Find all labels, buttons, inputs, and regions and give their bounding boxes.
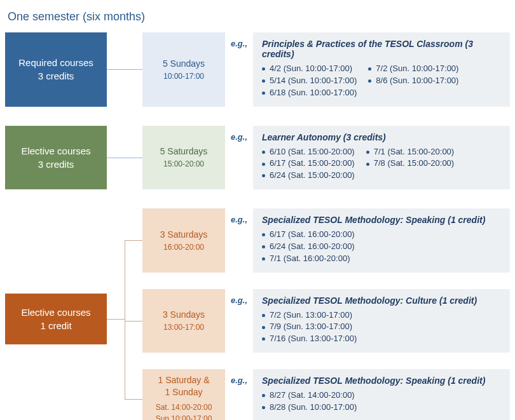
session-list: 6/17 (Sat. 16:00-20:00) 6/24 (Sat. 16:00… bbox=[262, 229, 501, 265]
eg-label: e.g., bbox=[225, 369, 253, 420]
session-list-col2: 7/1 (Sat. 15:00-20:00) 7/8 (Sat. 15:00-2… bbox=[366, 146, 454, 182]
example-panel: Learner Autonomy (3 credits) 6/10 (Sat. … bbox=[253, 126, 510, 190]
session-item: 7/8 (Sat. 15:00-20:00) bbox=[366, 158, 454, 170]
sub-row: 1 Saturday & 1 Sunday Sat. 14:00-20:00 S… bbox=[142, 369, 510, 420]
example-panel: Specialized TESOL Methodology: Speaking … bbox=[253, 208, 510, 273]
session-item: 8/27 (Sat. 14:00-20:00) bbox=[262, 390, 501, 402]
schedule-time: 10:00-17:00 bbox=[163, 71, 204, 81]
schedule-time: Sun.10:00-17:00 bbox=[156, 414, 212, 420]
example-panel: Principles & Practices of the TESOL Clas… bbox=[253, 32, 510, 107]
sub-row: 3 Sundays 13:00-17:00 e.g., Specialized … bbox=[142, 289, 510, 353]
session-item: 6/17 (Sat. 15:00-20:00) bbox=[262, 158, 355, 170]
session-item: 6/10 (Sat. 15:00-20:00) bbox=[262, 146, 355, 158]
branch-connector bbox=[107, 208, 142, 420]
session-list: 7/2 (Sun. 13:00-17:00) 7/9 (Sun. 13:00-1… bbox=[262, 309, 501, 346]
category-credits: 3 credits bbox=[38, 158, 74, 171]
session-list: 8/27 (Sat. 14:00-20:00) 8/28 (Sun. 10:00… bbox=[262, 390, 501, 414]
category-label: Elective courses bbox=[21, 144, 90, 158]
connector-line bbox=[107, 126, 142, 190]
session-item: 4/2 (Sun. 10:00-17:00) bbox=[262, 63, 357, 75]
schedule-time: 15:00-20:00 bbox=[163, 159, 204, 169]
category-label: Elective courses bbox=[21, 306, 90, 319]
page-title: One semester (six months) bbox=[5, 10, 510, 32]
schedule-days: 3 Saturdays bbox=[160, 229, 208, 241]
session-item: 8/6 (Sun. 10:00-17:00) bbox=[368, 75, 458, 87]
schedule-time: 16:00-20:00 bbox=[163, 242, 204, 252]
schedule-box: 5 Saturdays 15:00-20:00 bbox=[142, 126, 225, 190]
connector-line bbox=[107, 32, 142, 107]
schedule-box: 3 Sundays 13:00-17:00 bbox=[142, 289, 225, 353]
session-item: 7/16 (Sun. 13:00-17:00) bbox=[262, 333, 501, 345]
example-title: Specialized TESOL Methodology: Speaking … bbox=[262, 215, 501, 225]
session-list-col2: 7/2 (Sun. 10:00-17:00) 8/6 (Sun. 10:00-1… bbox=[368, 63, 458, 99]
example-title: Principles & Practices of the TESOL Clas… bbox=[262, 39, 501, 59]
example-title: Specialized TESOL Methodology: Speaking … bbox=[262, 376, 501, 386]
row-elective-3: Elective courses 3 credits 5 Saturdays 1… bbox=[5, 126, 510, 190]
schedule-days: 1 Sunday bbox=[165, 386, 202, 398]
session-item: 7/1 (Sat. 15:00-20:00) bbox=[366, 146, 454, 158]
schedule-box: 3 Saturdays 16:00-20:00 bbox=[142, 208, 225, 273]
category-elective-1: Elective courses 1 credit bbox=[5, 294, 107, 344]
example-title: Specialized TESOL Methodology: Culture (… bbox=[262, 295, 501, 306]
category-label: Required courses bbox=[18, 56, 93, 69]
schedule-time: 13:00-17:00 bbox=[163, 322, 204, 332]
schedule-days: 3 Sundays bbox=[163, 309, 205, 321]
session-item: 5/14 (Sun. 10:00-17:00) bbox=[262, 75, 357, 87]
eg-label: e.g., bbox=[225, 32, 253, 107]
session-item: 7/1 (Sat. 16:00-20:00) bbox=[262, 253, 501, 265]
session-item: 7/9 (Sun. 13:00-17:00) bbox=[262, 321, 501, 333]
session-list-col1: 6/10 (Sat. 15:00-20:00) 6/17 (Sat. 15:00… bbox=[262, 146, 355, 182]
eg-label: e.g., bbox=[225, 289, 253, 353]
row-required: Required courses 3 credits 5 Sundays 10:… bbox=[5, 32, 510, 107]
schedule-days: 5 Saturdays bbox=[160, 146, 208, 158]
session-item: 6/24 (Sat. 16:00-20:00) bbox=[262, 241, 501, 253]
session-item: 7/2 (Sun. 10:00-17:00) bbox=[368, 63, 458, 75]
sub-row: 3 Saturdays 16:00-20:00 e.g., Specialize… bbox=[142, 208, 510, 273]
session-item: 6/18 (Sun. 10:00-17:00) bbox=[262, 87, 357, 99]
session-item: 8/28 (Sun. 10:00-17:00) bbox=[262, 402, 501, 414]
example-panel: Specialized TESOL Methodology: Speaking … bbox=[253, 369, 510, 420]
row-elective-1: Elective courses 1 credit 3 Saturdays 16… bbox=[5, 208, 510, 420]
category-elective-3: Elective courses 3 credits bbox=[5, 126, 107, 190]
session-item: 7/2 (Sun. 13:00-17:00) bbox=[262, 309, 501, 322]
example-title: Learner Autonomy (3 credits) bbox=[262, 132, 501, 142]
session-list-col1: 4/2 (Sun. 10:00-17:00) 5/14 (Sun. 10:00-… bbox=[262, 63, 357, 99]
session-item: 6/17 (Sat. 16:00-20:00) bbox=[262, 229, 501, 241]
session-item: 6/24 (Sat. 15:00-20:00) bbox=[262, 170, 355, 182]
schedule-days: 5 Sundays bbox=[163, 58, 205, 70]
eg-label: e.g., bbox=[225, 126, 253, 190]
schedule-box: 5 Sundays 10:00-17:00 bbox=[142, 32, 225, 107]
category-required: Required courses 3 credits bbox=[5, 32, 107, 107]
schedule-time: Sat. 14:00-20:00 bbox=[156, 402, 212, 412]
schedule-box: 1 Saturday & 1 Sunday Sat. 14:00-20:00 S… bbox=[142, 369, 225, 420]
category-credits: 1 credit bbox=[40, 319, 71, 332]
schedule-days: 1 Saturday & bbox=[158, 374, 210, 386]
eg-label: e.g., bbox=[225, 208, 253, 273]
example-panel: Specialized TESOL Methodology: Culture (… bbox=[253, 289, 510, 353]
category-credits: 3 credits bbox=[38, 69, 74, 83]
